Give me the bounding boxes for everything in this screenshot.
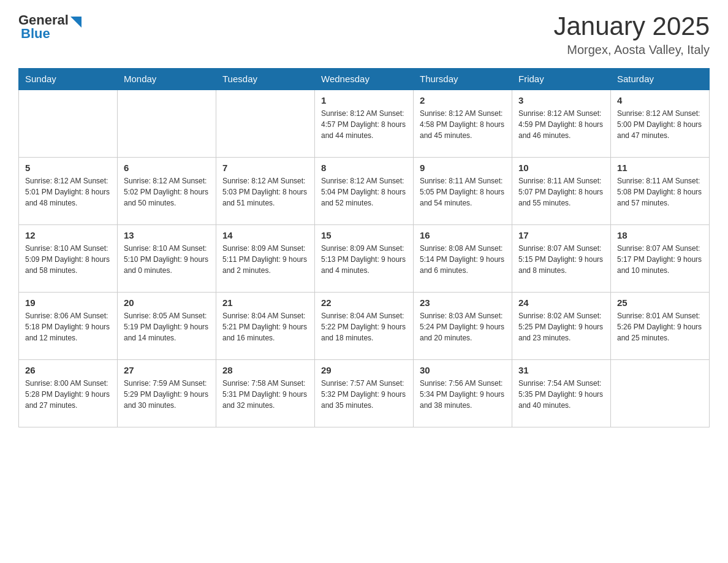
day-info: Sunrise: 8:07 AM Sunset: 5:15 PM Dayligh… [518, 243, 604, 276]
day-info: Sunrise: 8:03 AM Sunset: 5:24 PM Dayligh… [420, 310, 506, 343]
calendar-cell: 29Sunrise: 7:57 AM Sunset: 5:32 PM Dayli… [315, 359, 414, 427]
day-number: 22 [321, 297, 407, 308]
calendar-table: Sunday Monday Tuesday Wednesday Thursday… [18, 68, 710, 427]
day-number: 6 [124, 163, 210, 173]
day-number: 8 [321, 163, 407, 173]
day-info: Sunrise: 8:10 AM Sunset: 5:09 PM Dayligh… [25, 243, 111, 276]
day-info: Sunrise: 8:12 AM Sunset: 4:59 PM Dayligh… [518, 108, 604, 141]
day-info: Sunrise: 8:12 AM Sunset: 5:03 PM Dayligh… [222, 175, 308, 209]
calendar-cell: 30Sunrise: 7:56 AM Sunset: 5:34 PM Dayli… [414, 359, 512, 427]
day-info: Sunrise: 7:56 AM Sunset: 5:34 PM Dayligh… [420, 378, 506, 411]
calendar-header-row: Sunday Monday Tuesday Wednesday Thursday… [19, 69, 710, 90]
calendar-week-row: 19Sunrise: 8:06 AM Sunset: 5:18 PM Dayli… [19, 292, 710, 359]
day-number: 29 [321, 365, 407, 375]
day-info: Sunrise: 8:11 AM Sunset: 5:07 PM Dayligh… [518, 175, 604, 209]
day-number: 31 [518, 365, 604, 375]
calendar-cell: 26Sunrise: 8:00 AM Sunset: 5:28 PM Dayli… [19, 359, 118, 427]
calendar-cell: 11Sunrise: 8:11 AM Sunset: 5:08 PM Dayli… [611, 157, 710, 224]
day-number: 1 [321, 95, 407, 105]
day-info: Sunrise: 7:58 AM Sunset: 5:31 PM Dayligh… [222, 378, 308, 411]
day-info: Sunrise: 8:08 AM Sunset: 5:14 PM Dayligh… [420, 243, 506, 276]
calendar-cell: 27Sunrise: 7:59 AM Sunset: 5:29 PM Dayli… [118, 359, 216, 427]
calendar-cell: 21Sunrise: 8:04 AM Sunset: 5:21 PM Dayli… [216, 292, 315, 359]
calendar-title: January 2025 [553, 12, 710, 40]
col-thursday: Thursday [414, 69, 512, 90]
day-info: Sunrise: 8:07 AM Sunset: 5:17 PM Dayligh… [617, 243, 703, 276]
logo-blue-text: Blue [21, 26, 50, 42]
calendar-cell: 1Sunrise: 8:12 AM Sunset: 4:57 PM Daylig… [315, 90, 414, 157]
day-info: Sunrise: 8:11 AM Sunset: 5:05 PM Dayligh… [420, 175, 506, 209]
calendar-cell [216, 90, 315, 157]
calendar-cell: 9Sunrise: 8:11 AM Sunset: 5:05 PM Daylig… [414, 157, 512, 224]
logo: General Blue [18, 12, 82, 42]
day-info: Sunrise: 8:12 AM Sunset: 5:01 PM Dayligh… [25, 175, 111, 209]
day-info: Sunrise: 8:01 AM Sunset: 5:26 PM Dayligh… [617, 310, 703, 343]
col-friday: Friday [512, 69, 611, 90]
calendar-cell: 20Sunrise: 8:05 AM Sunset: 5:19 PM Dayli… [118, 292, 216, 359]
calendar-cell: 12Sunrise: 8:10 AM Sunset: 5:09 PM Dayli… [19, 224, 118, 292]
day-number: 30 [420, 365, 506, 375]
day-number: 26 [25, 365, 111, 375]
calendar-cell: 7Sunrise: 8:12 AM Sunset: 5:03 PM Daylig… [216, 157, 315, 224]
page-header: General Blue January 2025 Morgex, Aosta … [18, 12, 710, 57]
day-number: 11 [617, 163, 703, 173]
day-number: 17 [518, 230, 604, 240]
day-number: 2 [420, 95, 506, 105]
calendar-week-row: 12Sunrise: 8:10 AM Sunset: 5:09 PM Dayli… [19, 224, 710, 292]
calendar-cell: 5Sunrise: 8:12 AM Sunset: 5:01 PM Daylig… [19, 157, 118, 224]
calendar-cell: 2Sunrise: 8:12 AM Sunset: 4:58 PM Daylig… [414, 90, 512, 157]
day-info: Sunrise: 8:12 AM Sunset: 5:02 PM Dayligh… [124, 175, 210, 209]
col-monday: Monday [118, 69, 216, 90]
svg-marker-0 [70, 17, 82, 28]
day-number: 5 [25, 163, 111, 173]
calendar-subtitle: Morgex, Aosta Valley, Italy [553, 43, 710, 57]
day-number: 3 [518, 95, 604, 105]
day-number: 21 [222, 297, 308, 308]
day-info: Sunrise: 8:10 AM Sunset: 5:10 PM Dayligh… [124, 243, 210, 276]
calendar-cell: 3Sunrise: 8:12 AM Sunset: 4:59 PM Daylig… [512, 90, 611, 157]
day-number: 20 [124, 297, 210, 308]
calendar-cell [118, 90, 216, 157]
calendar-cell: 24Sunrise: 8:02 AM Sunset: 5:25 PM Dayli… [512, 292, 611, 359]
day-info: Sunrise: 8:09 AM Sunset: 5:11 PM Dayligh… [222, 243, 308, 276]
day-number: 24 [518, 297, 604, 308]
day-number: 7 [222, 163, 308, 173]
day-info: Sunrise: 8:06 AM Sunset: 5:18 PM Dayligh… [25, 310, 111, 343]
day-number: 16 [420, 230, 506, 240]
col-wednesday: Wednesday [315, 69, 414, 90]
day-info: Sunrise: 7:54 AM Sunset: 5:35 PM Dayligh… [518, 378, 604, 411]
day-number: 28 [222, 365, 308, 375]
day-info: Sunrise: 8:12 AM Sunset: 4:57 PM Dayligh… [321, 108, 407, 141]
calendar-cell: 28Sunrise: 7:58 AM Sunset: 5:31 PM Dayli… [216, 359, 315, 427]
day-info: Sunrise: 7:59 AM Sunset: 5:29 PM Dayligh… [124, 378, 210, 411]
calendar-cell: 31Sunrise: 7:54 AM Sunset: 5:35 PM Dayli… [512, 359, 611, 427]
calendar-cell: 13Sunrise: 8:10 AM Sunset: 5:10 PM Dayli… [118, 224, 216, 292]
calendar-cell: 6Sunrise: 8:12 AM Sunset: 5:02 PM Daylig… [118, 157, 216, 224]
calendar-cell: 15Sunrise: 8:09 AM Sunset: 5:13 PM Dayli… [315, 224, 414, 292]
calendar-week-row: 1Sunrise: 8:12 AM Sunset: 4:57 PM Daylig… [19, 90, 710, 157]
day-info: Sunrise: 8:05 AM Sunset: 5:19 PM Dayligh… [124, 310, 210, 343]
calendar-cell: 16Sunrise: 8:08 AM Sunset: 5:14 PM Dayli… [414, 224, 512, 292]
calendar-cell [19, 90, 118, 157]
day-info: Sunrise: 8:00 AM Sunset: 5:28 PM Dayligh… [25, 378, 111, 411]
calendar-week-row: 26Sunrise: 8:00 AM Sunset: 5:28 PM Dayli… [19, 359, 710, 427]
day-number: 4 [617, 95, 703, 105]
day-number: 19 [25, 297, 111, 308]
col-sunday: Sunday [19, 69, 118, 90]
title-area: January 2025 Morgex, Aosta Valley, Italy [553, 12, 710, 57]
calendar-cell: 18Sunrise: 8:07 AM Sunset: 5:17 PM Dayli… [611, 224, 710, 292]
day-info: Sunrise: 7:57 AM Sunset: 5:32 PM Dayligh… [321, 378, 407, 411]
day-number: 23 [420, 297, 506, 308]
calendar-cell: 10Sunrise: 8:11 AM Sunset: 5:07 PM Dayli… [512, 157, 611, 224]
day-info: Sunrise: 8:09 AM Sunset: 5:13 PM Dayligh… [321, 243, 407, 276]
calendar-cell: 19Sunrise: 8:06 AM Sunset: 5:18 PM Dayli… [19, 292, 118, 359]
day-info: Sunrise: 8:04 AM Sunset: 5:22 PM Dayligh… [321, 310, 407, 343]
day-info: Sunrise: 8:11 AM Sunset: 5:08 PM Dayligh… [617, 175, 703, 209]
day-info: Sunrise: 8:12 AM Sunset: 5:04 PM Dayligh… [321, 175, 407, 209]
day-info: Sunrise: 8:12 AM Sunset: 4:58 PM Dayligh… [420, 108, 506, 141]
calendar-cell: 4Sunrise: 8:12 AM Sunset: 5:00 PM Daylig… [611, 90, 710, 157]
day-number: 25 [617, 297, 703, 308]
day-number: 15 [321, 230, 407, 240]
calendar-cell: 14Sunrise: 8:09 AM Sunset: 5:11 PM Dayli… [216, 224, 315, 292]
day-number: 14 [222, 230, 308, 240]
